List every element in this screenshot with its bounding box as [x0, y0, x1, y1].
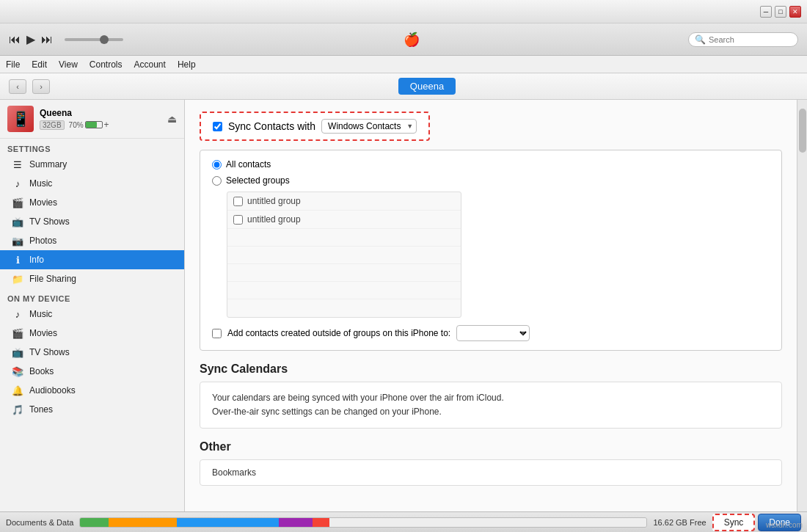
- apple-logo: 🍎: [135, 32, 688, 48]
- scrollbar-track[interactable]: [797, 100, 807, 511]
- add-contacts-checkbox[interactable]: [212, 329, 222, 338]
- group-item-2[interactable]: untitled group: [227, 211, 461, 229]
- movies2-icon: 🎬: [12, 327, 23, 339]
- free-space-label: 16.62 GB Free: [653, 518, 706, 527]
- storage-seg-2: [109, 518, 177, 527]
- sync-contacts-checkbox[interactable]: [213, 122, 222, 131]
- group-item-empty-5: [227, 299, 461, 317]
- menu-file[interactable]: File: [6, 59, 20, 70]
- watermark: wsxdn.com: [766, 521, 803, 529]
- selected-groups-row[interactable]: Selected groups: [212, 175, 770, 186]
- add-contacts-dropdown[interactable]: [456, 325, 530, 341]
- menu-bar: File Edit View Controls Account Help: [0, 56, 807, 73]
- all-contacts-radio[interactable]: [212, 160, 222, 170]
- scrollbar-thumb[interactable]: [799, 109, 806, 153]
- sidebar-item-photos[interactable]: 📷 Photos: [0, 231, 184, 250]
- tones-icon: 🎵: [12, 404, 23, 415]
- books-icon: 📚: [12, 365, 23, 377]
- title-bar: ─ □ ✕: [0, 0, 807, 23]
- device-capacity: 32GB: [40, 120, 65, 130]
- play-button[interactable]: ▶: [26, 32, 35, 46]
- volume-slider[interactable]: [65, 38, 123, 41]
- sidebar-item-audiobooks[interactable]: 🔔 Audiobooks: [0, 381, 184, 400]
- sidebar-item-summary[interactable]: ☰ Summary: [0, 155, 184, 174]
- sidebar-item-tvshows2[interactable]: 📺 TV Shows: [0, 343, 184, 362]
- device-icon: 📱: [7, 106, 34, 132]
- main-layout: 📱 Queena 32GB 70% + ⏏ Settings: [0, 100, 807, 511]
- back-button[interactable]: ‹: [9, 79, 26, 94]
- sidebar-item-movies[interactable]: 🎬 Movies: [0, 193, 184, 212]
- maximize-button[interactable]: □: [775, 6, 786, 18]
- sidebar-item-info[interactable]: ℹ Info: [0, 250, 184, 269]
- sidebar-item-tones[interactable]: 🎵 Tones: [0, 400, 184, 419]
- group-1-label: untitled group: [247, 196, 301, 206]
- sidebar-label-audiobooks: Audiobooks: [29, 385, 76, 396]
- sync-button[interactable]: Sync: [712, 514, 756, 531]
- menu-edit[interactable]: Edit: [32, 59, 47, 70]
- windows-contacts-dropdown[interactable]: Windows ContactsGoogle ContactsOutlook: [321, 119, 417, 134]
- sidebar-item-movies2[interactable]: 🎬 Movies: [0, 324, 184, 343]
- sidebar-settings-label: Settings: [0, 139, 184, 155]
- sync-contacts-label[interactable]: Sync Contacts with: [228, 120, 315, 132]
- sidebar-label-photos: Photos: [29, 236, 56, 246]
- add-contacts-dropdown-wrapper: ▼: [456, 325, 530, 341]
- selected-groups-label[interactable]: Selected groups: [226, 175, 290, 186]
- content-area: Sync Contacts with Windows ContactsGoogl…: [185, 100, 797, 511]
- add-contacts-row: Add contacts created outside of groups o…: [212, 325, 770, 341]
- sidebar-label-tvshows: TV Shows: [29, 216, 70, 227]
- add-contacts-label[interactable]: Add contacts created outside of groups o…: [227, 328, 450, 338]
- menu-view[interactable]: View: [59, 59, 78, 70]
- search-area: 🔍: [688, 32, 798, 47]
- battery-plus: +: [104, 120, 109, 130]
- selected-groups-radio[interactable]: [212, 176, 222, 186]
- storage-seg-1: [80, 518, 109, 527]
- battery-fill: [86, 122, 97, 128]
- group-item-empty-4: [227, 282, 461, 299]
- menu-account[interactable]: Account: [134, 59, 166, 70]
- forward-button[interactable]: ›: [32, 79, 50, 94]
- music-icon: ♪: [12, 178, 23, 189]
- all-contacts-row[interactable]: All contacts: [212, 159, 770, 170]
- close-button[interactable]: ✕: [789, 6, 801, 18]
- movies-icon: 🎬: [12, 197, 23, 208]
- calendar-info-line2: Over-the-air sync settings can be change…: [212, 405, 770, 419]
- minimize-button[interactable]: ─: [760, 6, 772, 18]
- tvshows2-icon: 📺: [12, 346, 23, 358]
- sidebar-item-filesharing[interactable]: 📁 File Sharing: [0, 269, 184, 288]
- sidebar-item-music[interactable]: ♪ Music: [0, 174, 184, 193]
- music2-icon: ♪: [12, 308, 23, 320]
- group-item-empty-3: [227, 264, 461, 282]
- sidebar-label-tvshows2: TV Shows: [29, 347, 70, 357]
- sync-contacts-header: Sync Contacts with Windows ContactsGoogl…: [200, 112, 430, 141]
- bookmarks-label: Bookmarks: [212, 467, 256, 478]
- sidebar-label-filesharing: File Sharing: [29, 274, 76, 284]
- info-icon: ℹ: [12, 254, 23, 266]
- group-1-checkbox[interactable]: [233, 197, 243, 206]
- menu-help[interactable]: Help: [178, 59, 196, 70]
- audiobooks-icon: 🔔: [12, 385, 23, 396]
- device-button[interactable]: Queena: [398, 78, 456, 95]
- next-button[interactable]: ⏭: [41, 33, 53, 46]
- tvshows-icon: 📺: [12, 216, 23, 227]
- search-input[interactable]: [709, 35, 792, 44]
- photos-icon: 📷: [12, 235, 23, 247]
- menu-controls[interactable]: Controls: [90, 59, 123, 70]
- sidebar-label-tones: Tones: [29, 404, 53, 415]
- all-contacts-label[interactable]: All contacts: [226, 159, 271, 170]
- summary-icon: ☰: [12, 158, 23, 170]
- group-item-1[interactable]: untitled group: [227, 192, 461, 211]
- controls-bar: ⏮ ▶ ⏭ 🍎 🔍: [0, 23, 807, 56]
- group-2-checkbox[interactable]: [233, 215, 243, 225]
- sidebar-item-music2[interactable]: ♪ Music: [0, 305, 184, 324]
- battery-percent: 70%: [69, 121, 84, 129]
- sidebar-onmydevice-label: On My Device: [0, 288, 184, 305]
- prev-button[interactable]: ⏮: [9, 33, 21, 46]
- group-2-label: untitled group: [247, 214, 301, 225]
- sidebar-label-music: Music: [29, 178, 52, 189]
- sync-calendars-title: Sync Calendars: [200, 362, 782, 376]
- calendar-info-line1: Your calendars are being synced with you…: [212, 391, 770, 405]
- storage-bar: [79, 517, 647, 528]
- eject-icon[interactable]: ⏏: [167, 113, 177, 125]
- sidebar-item-books[interactable]: 📚 Books: [0, 362, 184, 381]
- sidebar-item-tvshows[interactable]: 📺 TV Shows: [0, 212, 184, 231]
